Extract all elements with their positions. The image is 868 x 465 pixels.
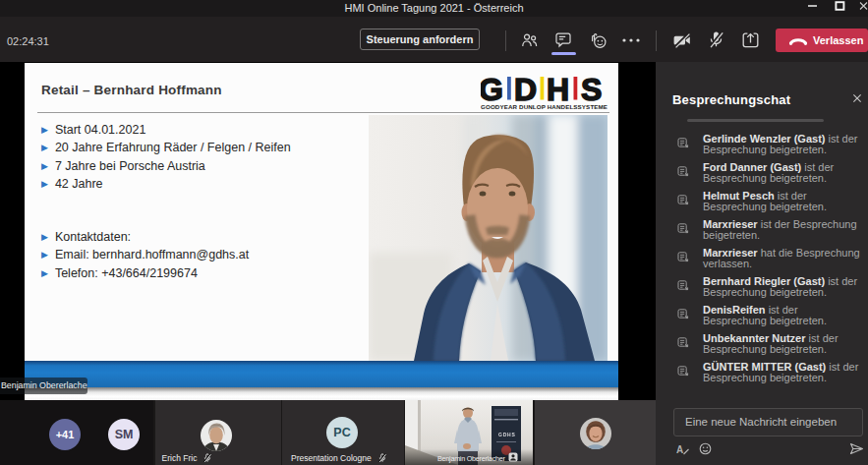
svg-text:H: H — [547, 76, 569, 107]
svg-text:S: S — [581, 76, 602, 107]
svg-text:A: A — [676, 444, 683, 455]
svg-text:G: G — [481, 76, 503, 107]
svg-text:GDHS: GDHS — [498, 432, 516, 437]
svg-text:D: D — [514, 76, 537, 107]
svg-text:GOODYEAR DUNLOP HANDELSSYSTEME: GOODYEAR DUNLOP HANDELSSYSTEME — [481, 103, 608, 110]
